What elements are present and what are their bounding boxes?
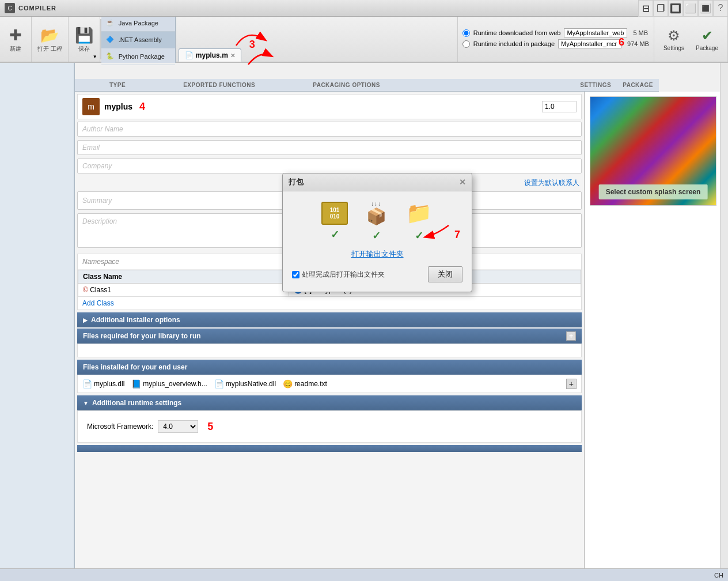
files-installed-label: Files installed for your end user [83, 363, 187, 371]
python-icon: 🐍 [106, 52, 116, 61]
binary-line2: 010 [330, 213, 340, 220]
nav-python-package[interactable]: 🐍 Python Package [101, 48, 175, 65]
checkbox-label[interactable]: 处理完成后打开输出文件夹 [292, 270, 385, 280]
close-dialog-btn[interactable]: 关闭 [428, 266, 462, 282]
files-required-add[interactable]: + [566, 332, 576, 340]
file-item-native: 📄 myplusNative.dll [214, 379, 276, 389]
email-input[interactable] [77, 140, 582, 155]
dialog-close-btn[interactable]: ✕ [459, 178, 466, 187]
files-installed-content: 📄 myplus.dll 📘 myplus_overview.h... 📄 my… [77, 375, 582, 393]
dialog-title: 打包 [289, 177, 304, 187]
file-name-dll: myplus.dll [94, 380, 124, 388]
splash-image[interactable]: Select custom splash screen [590, 96, 716, 206]
new-button[interactable]: ✚ 新建 [0, 17, 32, 62]
framework-label: Microsoft Framework: [87, 422, 153, 431]
window-icon-5[interactable]: 🔳 [698, 0, 713, 17]
author-name-input[interactable] [77, 122, 582, 137]
tab-close-btn[interactable]: ✕ [230, 52, 235, 59]
native-icon: 📄 [214, 379, 224, 388]
java-icon: ☕ [106, 19, 116, 27]
app-icon-box: m [82, 98, 100, 115]
file-name-overview: myplus_overview.h... [143, 380, 207, 388]
files-installed-add-btn[interactable]: + [566, 379, 577, 389]
compress-arrows: ↓↓↓ [371, 201, 381, 207]
framework-select[interactable]: 3.5 4.0 4.5 [158, 420, 198, 433]
installer-arrow: ▶ [83, 317, 88, 323]
tab-label: myplus.m [196, 51, 228, 59]
col-type-label: TYPE [104, 82, 131, 88]
nav-net-label: .NET Assembly [119, 36, 162, 43]
runtime-pkg-radio[interactable] [462, 40, 470, 48]
window-controls[interactable]: ⊟ ❐ 🔲 ⬜ 🔳 ? [638, 0, 728, 17]
app-icon: C [5, 3, 15, 13]
runtime-pkg-label: Runtime included in package [473, 40, 555, 47]
dialog-binary-item: 101 010 ✓ [321, 202, 348, 241]
annotation-6: 6 [619, 36, 624, 48]
help-btn[interactable]: ? [713, 0, 728, 17]
binary-check: ✓ [331, 228, 339, 241]
binary-line1: 101 [330, 207, 340, 213]
annotation-3: 3 [249, 39, 255, 51]
save-button[interactable]: 💾 保存 ▼ [69, 17, 100, 62]
additional-installer-header[interactable]: ▶ Additional installer options [77, 312, 582, 327]
restore-btn[interactable]: ❐ [653, 0, 668, 17]
settings-button[interactable]: ⚙ Settings [659, 25, 689, 54]
nav-python-label: Python Package [119, 53, 165, 60]
open-folder-link[interactable]: 打开输出文件夹 [351, 249, 404, 259]
annotation-5: 5 [207, 421, 213, 433]
col-package-label: PACKAGE [617, 82, 659, 88]
save-arrow: ▼ [93, 54, 97, 59]
company-input[interactable] [77, 159, 582, 173]
binary-icon: 101 010 [321, 202, 348, 225]
window-icon-4[interactable]: ⬜ [683, 0, 698, 17]
main-scrollbar[interactable] [720, 47, 728, 568]
files-required-header[interactable]: Files required for your library to run + [77, 329, 582, 344]
col-settings-label: SETTINGS [574, 82, 617, 88]
app-header-row: m myplus 4 [77, 94, 582, 119]
add-icon: + [566, 331, 576, 341]
nav-java-package[interactable]: ☕ Java Package [101, 15, 175, 32]
readme-icon: 😊 [283, 379, 293, 388]
open-project-button[interactable]: 📂 打开 工程 [32, 17, 69, 62]
package-dialog: 打包 ✕ 101 010 ✓ ↓↓↓ 📦 ✓ [282, 173, 472, 292]
set-default-link[interactable]: 设置为默认联系人 [522, 178, 582, 188]
class-name-cell: © Class1 [78, 284, 289, 297]
dialog-body: 101 010 ✓ ↓↓↓ 📦 ✓ 📁 ✓ 打开输出文件夹 [283, 191, 472, 292]
col-classname: Class Name [78, 270, 289, 284]
package-button[interactable]: ✔ Package [691, 25, 723, 54]
arrow-3-svg [242, 44, 277, 67]
additional-runtime-header[interactable]: ▼ Additional runtime settings [77, 395, 582, 410]
add-class-link[interactable]: Add Class [78, 297, 581, 310]
splash-label[interactable]: Select custom splash screen [599, 184, 708, 199]
files-installed-header[interactable]: Files installed for your end user [77, 360, 582, 375]
left-nav [0, 63, 75, 568]
myplus-tab[interactable]: 📄 myplus.m ✕ [179, 48, 241, 62]
col-exported-label: EXPORTED FUNCTIONS [177, 82, 261, 88]
main-form: m myplus 4 设置为默认联系人 Namespace Class Name [75, 92, 584, 568]
app-name: myplus [104, 102, 132, 111]
framework-row: Microsoft Framework: 3.5 4.0 4.5 5 [82, 416, 577, 437]
tab-icon: 📄 [185, 51, 194, 59]
window-icon-3[interactable]: 🔲 [668, 0, 683, 17]
runtime-arrow: ▼ [83, 400, 89, 406]
author-name-row [77, 122, 582, 137]
dialog-compress-item: ↓↓↓ 📦 ✓ [362, 201, 390, 242]
version-input[interactable] [542, 101, 577, 112]
dialog-footer: 处理完成后打开输出文件夹 关闭 [292, 266, 462, 282]
company-row [77, 159, 582, 173]
runtime-web-radio[interactable] [462, 29, 470, 37]
nav-net-assembly[interactable]: 🔷 .NET Assembly [101, 32, 175, 48]
add-file-icon: + [566, 379, 577, 389]
open-folder-checkbox[interactable] [292, 271, 299, 278]
file-item-dll: 📄 myplus.dll [82, 379, 124, 389]
new-icon: ✚ [9, 27, 22, 44]
folder-icon: 📁 [406, 201, 432, 225]
more-section[interactable] [77, 445, 582, 452]
open-icon: 📂 [40, 27, 59, 44]
file-name-readme: readme.txt [294, 380, 327, 388]
minimize-btn[interactable]: ⊟ [638, 0, 653, 17]
dialog-title-bar: 打包 ✕ [283, 173, 472, 191]
runtime-pkg-value: MyAppInstaller_mcr [558, 39, 621, 48]
title-bar: C COMPILER ⊟ ❐ 🔲 ⬜ 🔳 ? [0, 0, 728, 17]
col-packaging-label: PACKAGING OPTIONS [307, 82, 386, 88]
